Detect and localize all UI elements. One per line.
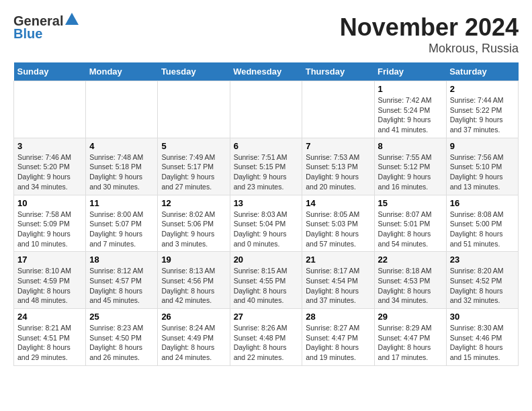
calendar-cell: 21Sunrise: 8:17 AM Sunset: 4:54 PM Dayli… (302, 252, 374, 309)
day-number: 23 (450, 255, 515, 265)
day-number: 1 (378, 84, 443, 94)
header-thursday: Thursday (302, 62, 374, 81)
calendar-cell: 30Sunrise: 8:30 AM Sunset: 4:46 PM Dayli… (446, 309, 518, 366)
day-number: 13 (234, 198, 299, 208)
day-number: 27 (234, 312, 299, 322)
day-info: Sunrise: 7:46 AM Sunset: 5:20 PM Dayligh… (17, 153, 71, 191)
day-number: 17 (17, 255, 82, 265)
calendar-cell: 26Sunrise: 8:24 AM Sunset: 4:49 PM Dayli… (158, 309, 230, 366)
calendar-week-row: 17Sunrise: 8:10 AM Sunset: 4:59 PM Dayli… (14, 252, 519, 309)
day-number: 16 (450, 198, 515, 208)
day-number: 29 (378, 312, 443, 322)
calendar-cell (86, 81, 158, 138)
logo: General Blue (13, 13, 79, 42)
day-number: 9 (450, 141, 515, 151)
day-info: Sunrise: 7:44 AM Sunset: 5:22 PM Dayligh… (450, 96, 504, 134)
logo-blue: Blue (13, 26, 42, 42)
day-info: Sunrise: 8:18 AM Sunset: 4:53 PM Dayligh… (378, 267, 432, 304)
day-info: Sunrise: 7:55 AM Sunset: 5:12 PM Dayligh… (378, 153, 432, 191)
calendar-table: Sunday Monday Tuesday Wednesday Thursday… (13, 62, 519, 366)
day-number: 15 (378, 198, 443, 208)
day-number: 26 (161, 312, 226, 322)
calendar-cell: 23Sunrise: 8:20 AM Sunset: 4:52 PM Dayli… (446, 252, 518, 309)
day-info: Sunrise: 8:27 AM Sunset: 4:47 PM Dayligh… (306, 324, 359, 361)
day-number: 25 (89, 312, 154, 322)
calendar-week-row: 10Sunrise: 7:58 AM Sunset: 5:09 PM Dayli… (14, 195, 519, 252)
day-info: Sunrise: 8:21 AM Sunset: 4:51 PM Dayligh… (17, 324, 71, 361)
page-title: November 2024 (340, 13, 519, 42)
calendar-cell: 20Sunrise: 8:15 AM Sunset: 4:55 PM Dayli… (230, 252, 302, 309)
calendar-cell: 15Sunrise: 8:07 AM Sunset: 5:01 PM Dayli… (374, 195, 446, 252)
header-tuesday: Tuesday (158, 62, 230, 81)
day-number: 3 (17, 141, 82, 151)
day-number: 2 (450, 84, 515, 94)
weekday-header-row: Sunday Monday Tuesday Wednesday Thursday… (14, 62, 519, 81)
day-info: Sunrise: 7:42 AM Sunset: 5:24 PM Dayligh… (378, 96, 432, 134)
day-info: Sunrise: 7:51 AM Sunset: 5:15 PM Dayligh… (234, 153, 287, 191)
calendar-cell (14, 81, 86, 138)
day-number: 10 (17, 198, 82, 208)
day-info: Sunrise: 7:53 AM Sunset: 5:13 PM Dayligh… (306, 153, 359, 191)
day-number: 18 (89, 255, 154, 265)
header-sunday: Sunday (14, 62, 86, 81)
calendar-cell: 25Sunrise: 8:23 AM Sunset: 4:50 PM Dayli… (86, 309, 158, 366)
calendar-cell: 12Sunrise: 8:02 AM Sunset: 5:06 PM Dayli… (158, 195, 230, 252)
calendar-cell: 27Sunrise: 8:26 AM Sunset: 4:48 PM Dayli… (230, 309, 302, 366)
day-info: Sunrise: 7:49 AM Sunset: 5:17 PM Dayligh… (161, 153, 215, 191)
day-number: 12 (161, 198, 226, 208)
day-info: Sunrise: 8:29 AM Sunset: 4:47 PM Dayligh… (378, 324, 432, 361)
day-info: Sunrise: 8:30 AM Sunset: 4:46 PM Dayligh… (450, 324, 504, 361)
day-info: Sunrise: 8:20 AM Sunset: 4:52 PM Dayligh… (450, 267, 504, 304)
calendar-cell: 29Sunrise: 8:29 AM Sunset: 4:47 PM Dayli… (374, 309, 446, 366)
day-number: 6 (234, 141, 299, 151)
page-subtitle: Mokrous, Russia (340, 42, 519, 56)
day-info: Sunrise: 8:26 AM Sunset: 4:48 PM Dayligh… (234, 324, 287, 361)
day-number: 8 (378, 141, 443, 151)
day-number: 11 (89, 198, 154, 208)
day-info: Sunrise: 7:58 AM Sunset: 5:09 PM Dayligh… (17, 210, 71, 248)
day-number: 20 (234, 255, 299, 265)
calendar-cell (302, 81, 374, 138)
day-info: Sunrise: 7:48 AM Sunset: 5:18 PM Dayligh… (89, 153, 143, 191)
day-info: Sunrise: 8:10 AM Sunset: 4:59 PM Dayligh… (17, 267, 71, 304)
day-info: Sunrise: 8:17 AM Sunset: 4:54 PM Dayligh… (306, 267, 359, 304)
day-info: Sunrise: 8:07 AM Sunset: 5:01 PM Dayligh… (378, 210, 432, 248)
header-friday: Friday (374, 62, 446, 81)
day-info: Sunrise: 8:24 AM Sunset: 4:49 PM Dayligh… (161, 324, 215, 361)
day-info: Sunrise: 8:15 AM Sunset: 4:55 PM Dayligh… (234, 267, 287, 304)
calendar-cell: 1Sunrise: 7:42 AM Sunset: 5:24 PM Daylig… (374, 81, 446, 138)
calendar-cell: 7Sunrise: 7:53 AM Sunset: 5:13 PM Daylig… (302, 138, 374, 195)
calendar-cell: 14Sunrise: 8:05 AM Sunset: 5:03 PM Dayli… (302, 195, 374, 252)
day-number: 22 (378, 255, 443, 265)
calendar-cell: 16Sunrise: 8:08 AM Sunset: 5:00 PM Dayli… (446, 195, 518, 252)
calendar-cell: 28Sunrise: 8:27 AM Sunset: 4:47 PM Dayli… (302, 309, 374, 366)
calendar-cell: 2Sunrise: 7:44 AM Sunset: 5:22 PM Daylig… (446, 81, 518, 138)
day-info: Sunrise: 8:08 AM Sunset: 5:00 PM Dayligh… (450, 210, 504, 248)
calendar-cell: 6Sunrise: 7:51 AM Sunset: 5:15 PM Daylig… (230, 138, 302, 195)
day-info: Sunrise: 8:12 AM Sunset: 4:57 PM Dayligh… (89, 267, 143, 304)
day-number: 28 (306, 312, 370, 322)
day-info: Sunrise: 8:00 AM Sunset: 5:07 PM Dayligh… (89, 210, 143, 248)
calendar-week-row: 3Sunrise: 7:46 AM Sunset: 5:20 PM Daylig… (14, 138, 519, 195)
day-number: 19 (161, 255, 226, 265)
day-info: Sunrise: 8:05 AM Sunset: 5:03 PM Dayligh… (306, 210, 359, 248)
calendar-cell: 9Sunrise: 7:56 AM Sunset: 5:10 PM Daylig… (446, 138, 518, 195)
calendar-cell: 3Sunrise: 7:46 AM Sunset: 5:20 PM Daylig… (14, 138, 86, 195)
calendar-cell: 4Sunrise: 7:48 AM Sunset: 5:18 PM Daylig… (86, 138, 158, 195)
day-info: Sunrise: 7:56 AM Sunset: 5:10 PM Dayligh… (450, 153, 504, 191)
calendar-cell: 13Sunrise: 8:03 AM Sunset: 5:04 PM Dayli… (230, 195, 302, 252)
calendar-cell: 18Sunrise: 8:12 AM Sunset: 4:57 PM Dayli… (86, 252, 158, 309)
calendar-week-row: 1Sunrise: 7:42 AM Sunset: 5:24 PM Daylig… (14, 81, 519, 138)
calendar-cell: 22Sunrise: 8:18 AM Sunset: 4:53 PM Dayli… (374, 252, 446, 309)
header-saturday: Saturday (446, 62, 518, 81)
day-number: 24 (17, 312, 82, 322)
page-header: General Blue November 2024 Mokrous, Russ… (13, 13, 519, 56)
calendar-cell: 8Sunrise: 7:55 AM Sunset: 5:12 PM Daylig… (374, 138, 446, 195)
calendar-cell (230, 81, 302, 138)
calendar-cell: 24Sunrise: 8:21 AM Sunset: 4:51 PM Dayli… (14, 309, 86, 366)
day-number: 5 (161, 141, 226, 151)
day-info: Sunrise: 8:03 AM Sunset: 5:04 PM Dayligh… (234, 210, 287, 248)
day-info: Sunrise: 8:23 AM Sunset: 4:50 PM Dayligh… (89, 324, 143, 361)
calendar-cell: 10Sunrise: 7:58 AM Sunset: 5:09 PM Dayli… (14, 195, 86, 252)
day-info: Sunrise: 8:13 AM Sunset: 4:56 PM Dayligh… (161, 267, 215, 304)
